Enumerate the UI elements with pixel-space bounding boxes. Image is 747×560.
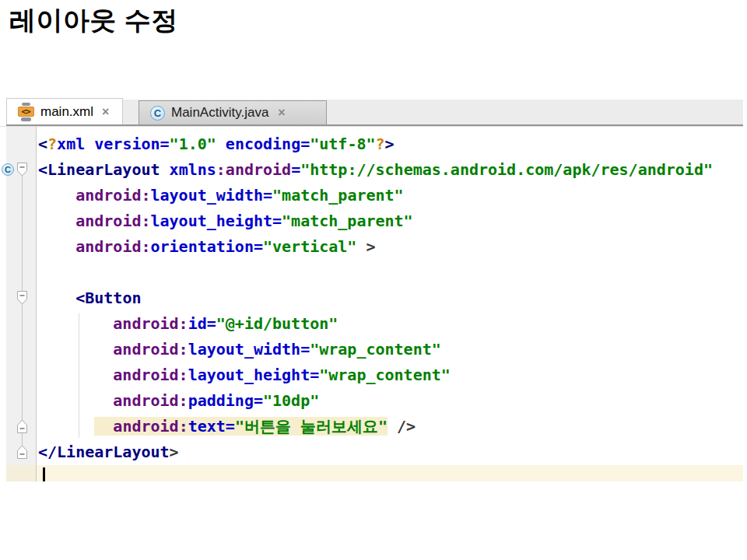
code-segment (160, 160, 170, 179)
code-segment: layout_width= (188, 340, 310, 359)
code-line[interactable] (38, 260, 743, 285)
code-line[interactable]: android:layout_width="wrap_content" (38, 337, 743, 362)
code-segment: "10dp" (263, 391, 319, 410)
tab-main-xml[interactable]: <> main.xml × (6, 98, 123, 124)
code-segment: xml (57, 135, 85, 153)
code-segment: android: (75, 186, 150, 205)
code-segment: "utf-8" (310, 135, 375, 153)
code-segment (94, 417, 113, 436)
code-segment: android: (113, 366, 188, 384)
code-line[interactable]: <LinearLayout xmlns:android="http://sche… (38, 157, 743, 183)
code-segment: > (356, 237, 375, 256)
tab-mainactivity-java[interactable]: C MainActivity.java × (139, 100, 327, 124)
code-segment: layout_height= (151, 212, 282, 230)
code-segment (38, 314, 113, 333)
code-segment: <LinearLayout (38, 160, 160, 179)
code-segment: ? (47, 135, 57, 153)
code-segment: encoding= (226, 135, 310, 153)
code-segment: xmlns (170, 160, 216, 179)
code-line[interactable]: android:id="@+id/button" (38, 311, 743, 337)
editor-window: <> main.xml × C MainActivity.java × C <?… (0, 98, 743, 481)
code-segment: android: (113, 314, 188, 333)
xml-icon-badge: <> (18, 107, 34, 117)
code-line[interactable]: </LinearLayout> (38, 439, 743, 465)
code-segment: ? (376, 135, 385, 153)
code-segment: orientation= (151, 237, 264, 256)
code-segment (38, 417, 94, 436)
java-class-icon: C (150, 106, 165, 121)
code-segment (85, 135, 94, 153)
code-segment: text= (188, 417, 235, 436)
code-segment: "wrap_content" (310, 340, 441, 359)
code-line[interactable]: android:layout_height="match_parent" (38, 208, 743, 234)
tab-bar: <> main.xml × C MainActivity.java × (0, 98, 743, 126)
code-segment: android: (75, 212, 150, 230)
close-icon[interactable]: × (278, 107, 285, 119)
code-segment (216, 135, 226, 153)
code-line[interactable]: android:layout_height="wrap_content" (38, 362, 743, 388)
code-segment: :android (216, 160, 291, 179)
code-segment (38, 186, 75, 205)
code-line[interactable] (38, 465, 743, 481)
code-line[interactable]: android:text="버튼을 눌러보세요" /> (38, 414, 743, 439)
code-segment: layout_height= (188, 366, 320, 384)
code-segment: "버튼을 눌러보세요" (235, 417, 388, 436)
code-segment: "vertical" (263, 237, 356, 256)
code-segment: "match_parent" (272, 186, 404, 205)
code-segment: "1.0" (170, 135, 216, 153)
code-segment: /> (388, 417, 416, 436)
code-segment: <Button (75, 289, 141, 307)
code-segment (38, 366, 113, 384)
code-segment: android: (75, 237, 150, 256)
code-editor[interactable]: C <?xml version="1.0" encoding="utf-8"?>… (0, 126, 743, 481)
code-area[interactable]: <?xml version="1.0" encoding="utf-8"?><L… (0, 127, 743, 481)
code-segment: android: (113, 391, 188, 410)
code-segment: padding= (188, 391, 263, 410)
code-segment: layout_width= (151, 186, 273, 205)
code-segment: "@+id/button" (216, 314, 338, 333)
code-segment: android: (113, 340, 188, 359)
code-segment (38, 237, 75, 256)
code-segment (38, 340, 113, 359)
code-segment (38, 289, 75, 307)
code-segment: > (170, 443, 179, 461)
page-title: 레이아웃 수정 (9, 3, 178, 39)
code-segment: > (385, 135, 395, 153)
text-caret (43, 467, 45, 481)
xml-icon-bottom-bar (21, 117, 31, 121)
code-segment (38, 212, 75, 230)
close-icon[interactable]: × (102, 106, 109, 118)
android-xml-file-icon: <> (16, 101, 35, 122)
code-segment: id= (188, 314, 216, 333)
code-segment: "match_parent" (282, 212, 413, 230)
tab-label: MainActivity.java (171, 105, 268, 121)
code-line[interactable]: <Button (38, 285, 743, 311)
code-line[interactable]: android:padding="10dp" (38, 388, 743, 414)
xml-icon-top-bar (22, 103, 30, 106)
code-segment: "http://schemas.android.com/apk/res/andr… (300, 160, 713, 179)
code-segment: < (38, 135, 47, 153)
code-segment (38, 391, 113, 410)
tab-label: main.xml (40, 104, 93, 120)
code-line[interactable]: <?xml version="1.0" encoding="utf-8"?> (38, 131, 743, 157)
code-segment: android: (113, 417, 188, 436)
code-line[interactable]: android:orientation="vertical" > (38, 234, 743, 260)
code-segment: version= (94, 135, 169, 153)
code-segment: "wrap_content" (319, 366, 451, 384)
code-line[interactable]: android:layout_width="match_parent" (38, 183, 743, 208)
code-segment: </LinearLayout (38, 443, 170, 461)
code-segment: = (291, 160, 300, 179)
